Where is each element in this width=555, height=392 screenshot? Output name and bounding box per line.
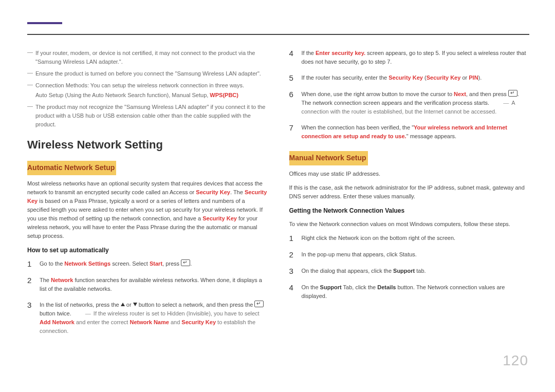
step-text: If the Enter security key. screen appear… xyxy=(302,49,530,66)
step-number: 6 xyxy=(289,90,295,116)
step-text: Go to the Network Settings screen. Selec… xyxy=(40,259,268,269)
page-number: 120 xyxy=(503,349,528,371)
step: 3 In the list of networks, press the or … xyxy=(27,301,268,335)
step: 1 Right click the Network icon on the bo… xyxy=(289,234,530,243)
paragraph: Most wireless networks have an optional … xyxy=(27,179,268,240)
step: 4 On the Support Tab, click the Details … xyxy=(289,283,530,301)
paragraph: Offices may use static IP addresses. xyxy=(289,170,530,178)
manual-steps: 1 Right click the Network icon on the bo… xyxy=(289,234,530,301)
page: If your router, modem, or device is not … xyxy=(0,0,555,392)
howto-heading: How to set up automatically xyxy=(27,246,268,255)
step-number: 3 xyxy=(289,267,295,276)
step-text: The Network function searches for availa… xyxy=(40,276,268,293)
note-item: Connection Methods: You can setup the wi… xyxy=(27,81,268,100)
step-number: 4 xyxy=(289,283,295,301)
step-number: 1 xyxy=(27,259,33,269)
howto-heading: Getting the Network Connection Values xyxy=(289,206,530,216)
step-number: 4 xyxy=(289,49,295,66)
note-text: Connection Methods: You can setup the wi… xyxy=(35,82,244,88)
step-note: If the wireless router is set to Hidden … xyxy=(40,310,260,334)
step-number: 1 xyxy=(289,234,295,243)
note-subline: Auto Setup (Using the Auto Network Searc… xyxy=(35,91,268,100)
note-text: The product may not recognize the "Samsu… xyxy=(35,104,265,127)
note-text: Ensure the product is turned on before y… xyxy=(35,70,261,77)
step: 1 Go to the Network Settings screen. Sel… xyxy=(27,259,268,269)
step: 2 The Network function searches for avai… xyxy=(27,276,268,293)
note-item: If your router, modem, or device is not … xyxy=(27,49,268,66)
down-arrow-icon xyxy=(133,303,137,306)
step-number: 7 xyxy=(289,123,295,141)
step-text: When done, use the right arrow button to… xyxy=(302,90,530,116)
step: 5 If the router has security, enter the … xyxy=(289,73,530,83)
step-text: On the dialog that appears, click the Su… xyxy=(302,267,530,276)
subsection-heading-auto: Automatic Network Setup xyxy=(27,161,116,175)
step-text: If the router has security, enter the Se… xyxy=(302,73,530,83)
section-heading: Wireless Network Setting xyxy=(27,136,268,154)
intro-notes: If your router, modem, or device is not … xyxy=(27,49,268,129)
chapter-indicator xyxy=(27,22,62,24)
step-number: 2 xyxy=(289,250,295,259)
auto-steps: 1 Go to the Network Settings screen. Sel… xyxy=(27,259,268,335)
up-arrow-icon xyxy=(121,303,125,306)
step: 3 On the dialog that appears, click the … xyxy=(289,267,530,276)
right-column: 4 If the Enter security key. screen appe… xyxy=(289,49,530,343)
note-item: The product may not recognize the "Samsu… xyxy=(27,103,268,129)
note-text: If your router, modem, or device is not … xyxy=(35,50,255,65)
step-text: Right click the Network icon on the bott… xyxy=(302,234,530,243)
paragraph: If this is the case, ask the network adm… xyxy=(289,183,530,201)
step-number: 5 xyxy=(289,73,295,83)
paragraph: To view the Network connection values on… xyxy=(289,220,530,229)
horizontal-rule xyxy=(27,34,529,35)
auto-steps-cont: 4 If the Enter security key. screen appe… xyxy=(289,49,530,141)
content-columns: If your router, modem, or device is not … xyxy=(27,49,529,343)
enter-icon xyxy=(181,259,190,266)
enter-icon xyxy=(254,301,264,307)
subsection-heading-manual: Manual Network Setup xyxy=(289,151,368,165)
step: 6 When done, use the right arrow button … xyxy=(289,90,530,116)
step-text: In the pop-up menu that appears, click S… xyxy=(302,250,530,259)
step: 7 When the connection has been verified,… xyxy=(289,123,530,141)
step-number: 3 xyxy=(27,301,33,335)
note-item: Ensure the product is turned on before y… xyxy=(27,69,268,78)
step: 2 In the pop-up menu that appears, click… xyxy=(289,250,530,259)
left-column: If your router, modem, or device is not … xyxy=(27,49,268,343)
step-text: On the Support Tab, click the Details bu… xyxy=(302,283,530,301)
highlight-wps: WPS(PBC) xyxy=(210,92,238,98)
step-text: When the connection has been verified, t… xyxy=(302,123,530,141)
enter-icon xyxy=(508,90,517,97)
step: 4 If the Enter security key. screen appe… xyxy=(289,49,530,66)
step-text: In the list of networks, press the or bu… xyxy=(40,301,268,335)
step-number: 2 xyxy=(27,276,33,293)
